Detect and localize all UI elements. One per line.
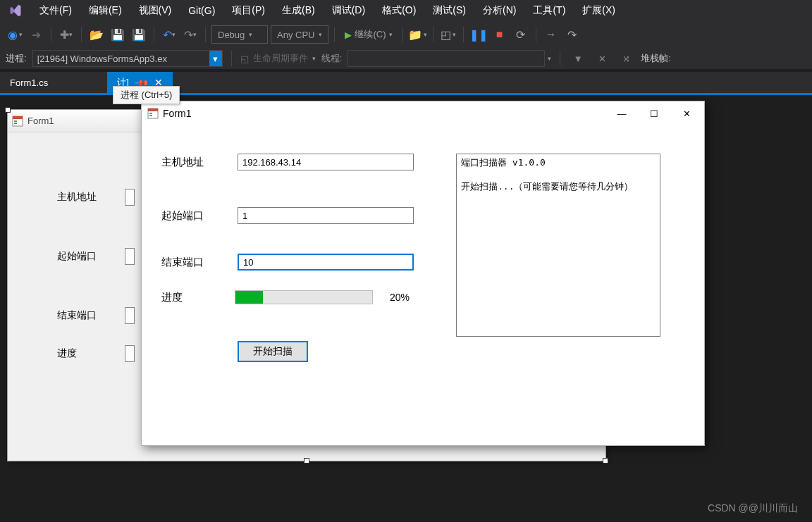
bg-end-input[interactable] <box>125 307 135 324</box>
host-input[interactable] <box>238 154 414 170</box>
filter-icon[interactable]: ▼ <box>569 49 587 68</box>
bg-progress[interactable] <box>125 345 135 362</box>
end-port-label: 结束端口 <box>161 256 218 269</box>
progress-label: 进度 <box>161 291 218 304</box>
stop-button[interactable]: ■ <box>491 25 509 44</box>
step-into-button[interactable]: → <box>542 25 560 44</box>
design-surface: Form1 主机地址 起始端口 结束端口 进度 Form1 — ☐ ✕ <box>0 95 812 522</box>
menu-git[interactable]: Git(G) <box>180 5 223 16</box>
close-button[interactable]: ✕ <box>670 103 703 124</box>
bg-host-label: 主机地址 <box>57 191 113 204</box>
menu-bar: 文件(F) 编辑(E) 视图(V) Git(G) 项目(P) 生成(B) 调试(… <box>0 0 812 21</box>
resize-handle-s[interactable] <box>304 458 309 464</box>
resize-handle-nw[interactable] <box>5 107 11 113</box>
debug-process-bar: 进程: [21964] WindowsFormsApp3.ex ▾ ◱ 生命周期… <box>0 48 812 69</box>
output-textbox[interactable]: 端口扫描器 v1.0.0 开始扫描...（可能需要请您等待几分钟） <box>456 154 660 337</box>
running-form-window: Form1 — ☐ ✕ 主机地址 起始端口 结束端口 <box>141 101 705 446</box>
redo-button[interactable]: ↷▾ <box>181 25 199 44</box>
save-all-button[interactable]: 💾 <box>130 25 148 44</box>
process-label: 进程: <box>6 52 27 65</box>
svg-rect-5 <box>148 108 158 111</box>
progress-bar <box>235 290 373 304</box>
tab-form1-cs[interactable]: Form1.cs <box>0 72 58 93</box>
random-icon[interactable]: ⤨ <box>617 49 635 68</box>
menu-view[interactable]: 视图(V) <box>130 4 180 17</box>
new-item-button[interactable]: ✚▾ <box>57 25 75 44</box>
lifecycle-events: ◱ 生命周期事件 ▾ <box>240 52 316 65</box>
folder-icon[interactable]: 📁▾ <box>409 25 427 44</box>
bg-start-label: 起始端口 <box>57 250 113 263</box>
menu-debug[interactable]: 调试(D) <box>324 4 374 17</box>
form-icon <box>147 108 159 119</box>
bg-start-input[interactable] <box>125 248 135 265</box>
resize-handle-se[interactable] <box>603 458 608 464</box>
start-scan-button[interactable]: 开始扫描 <box>238 341 308 362</box>
menu-test[interactable]: 测试(S) <box>424 4 474 17</box>
screenshot-button[interactable]: ◰▾ <box>439 25 457 44</box>
process-dropdown[interactable]: [21964] WindowsFormsApp3.ex ▾ <box>32 50 223 67</box>
menu-tools[interactable]: 工具(T) <box>524 4 574 17</box>
svg-rect-2 <box>14 120 17 122</box>
stackframe-label: 堆栈帧: <box>641 52 671 65</box>
restart-button[interactable]: ⟳ <box>512 25 530 44</box>
running-form-title: Form1 <box>163 108 191 119</box>
open-file-button[interactable]: 📂 <box>87 25 106 44</box>
running-form-titlebar[interactable]: Form1 — ☐ ✕ <box>142 101 704 125</box>
svg-rect-1 <box>13 116 23 119</box>
process-tooltip: 进程 (Ctrl+5) <box>113 86 180 104</box>
maximize-button[interactable]: ☐ <box>638 103 670 124</box>
nav-back-button[interactable]: ◉ ▾ <box>6 25 24 44</box>
form-icon <box>12 116 23 127</box>
end-port-input[interactable] <box>238 254 414 271</box>
svg-rect-6 <box>149 113 152 114</box>
nav-forward-button[interactable]: ➜ <box>27 25 45 44</box>
vs-logo-icon <box>7 2 24 19</box>
host-label: 主机地址 <box>161 156 218 169</box>
menu-file[interactable]: 文件(F) <box>31 4 80 17</box>
start-port-input[interactable] <box>238 207 414 224</box>
thread-label: 线程: <box>321 52 343 65</box>
watermark-text: CSDN @@川川而山 <box>708 502 798 515</box>
bg-end-label: 结束端口 <box>57 309 113 322</box>
minimize-button[interactable]: — <box>605 103 638 124</box>
clear-filter-icon[interactable]: ✕ <box>593 49 611 68</box>
lifecycle-icon: ◱ <box>240 54 249 64</box>
progress-fill <box>235 291 263 304</box>
start-port-label: 起始端口 <box>161 209 218 223</box>
bg-host-input[interactable] <box>125 189 135 206</box>
step-over-button[interactable]: ↷ <box>563 25 582 44</box>
platform-dropdown[interactable]: Any CPU▾ <box>271 25 328 44</box>
menu-extensions[interactable]: 扩展(X) <box>574 4 624 17</box>
main-toolbar: ◉ ▾ ➜ ✚▾ 📂 💾 💾 ↶▾ ↷▾ Debug▾ Any CPU▾ ▶继续… <box>0 21 812 48</box>
svg-rect-7 <box>149 115 152 116</box>
svg-rect-3 <box>14 123 17 124</box>
menu-build[interactable]: 生成(B) <box>273 4 324 17</box>
pause-button[interactable]: ❚❚ <box>469 25 488 44</box>
menu-analyze[interactable]: 分析(N) <box>474 4 524 17</box>
config-dropdown[interactable]: Debug▾ <box>211 25 268 44</box>
bg-progress-label: 进度 <box>57 347 113 360</box>
menu-format[interactable]: 格式(O) <box>374 4 424 17</box>
save-button[interactable]: 💾 <box>109 25 127 44</box>
menu-edit[interactable]: 编辑(E) <box>80 4 130 17</box>
menu-project[interactable]: 项目(P) <box>223 4 273 17</box>
progress-percent-text: 20% <box>390 292 410 303</box>
thread-dropdown[interactable] <box>347 50 545 67</box>
undo-button[interactable]: ↶▾ <box>160 25 178 44</box>
continue-button[interactable]: ▶继续(C)▾ <box>340 28 396 41</box>
